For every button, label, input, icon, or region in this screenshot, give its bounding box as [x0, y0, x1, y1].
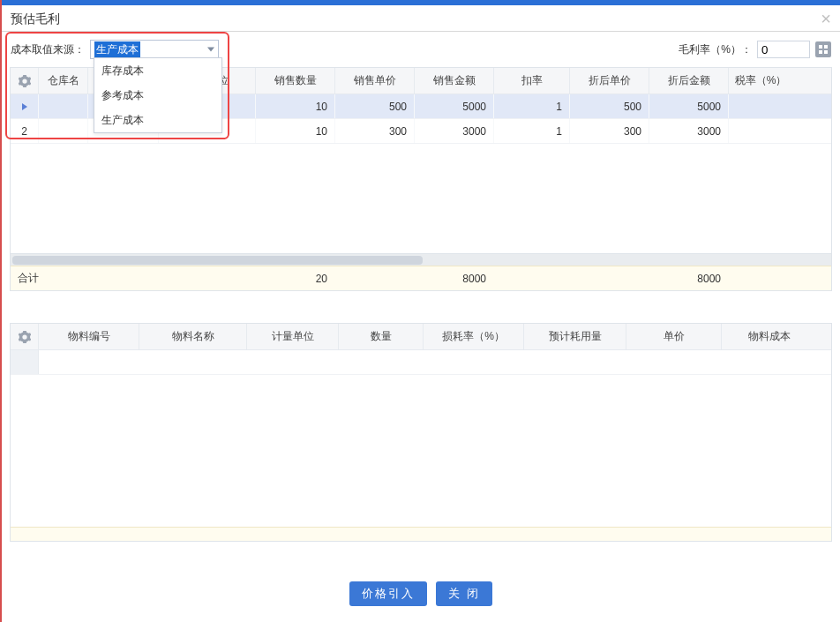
cost-source-dropdown: 库存成本 参考成本 生产成本 — [94, 57, 222, 133]
col-warehouse[interactable]: 仓库名 — [39, 68, 88, 94]
materials-sum-row — [11, 527, 831, 541]
close-button[interactable]: 关 闭 — [436, 581, 492, 606]
dropdown-option[interactable]: 库存成本 — [94, 58, 221, 83]
cost-source-group: 成本取值来源： 生产成本 — [11, 40, 219, 59]
dropdown-option[interactable]: 参考成本 — [94, 83, 221, 108]
col-mat-price[interactable]: 单价 — [626, 324, 722, 349]
horizontal-scrollbar[interactable] — [11, 253, 831, 266]
titlebar: 预估毛利 × — [2, 5, 840, 32]
gear-header[interactable] — [11, 68, 39, 94]
sales-sum-row: 合计 20 8000 8000 — [11, 266, 831, 290]
col-qty[interactable]: 销售数量 — [256, 68, 335, 94]
rate-action-button[interactable] — [815, 41, 831, 57]
rate-group: 毛利率（%）： — [679, 41, 831, 58]
svg-rect-1 — [824, 45, 828, 49]
col-mat-name[interactable]: 物料名称 — [139, 324, 247, 349]
gear-header[interactable] — [11, 324, 39, 349]
svg-rect-0 — [819, 45, 822, 49]
chevron-down-icon — [207, 48, 214, 52]
col-mat-loss[interactable]: 损耗率（%） — [424, 324, 524, 349]
scrollbar-thumb[interactable] — [12, 256, 423, 265]
footer: 价格引入 关 闭 — [2, 581, 840, 606]
grid-icon — [819, 45, 828, 54]
sum-label: 合计 — [11, 271, 60, 286]
materials-table-header: 物料编号 物料名称 计量单位 数量 损耗率（%） 预计耗用量 单价 物料成本 — [11, 324, 831, 350]
materials-table: 物料编号 物料名称 计量单位 数量 损耗率（%） 预计耗用量 单价 物料成本 — [10, 323, 832, 542]
sum-qty: 20 — [256, 273, 335, 285]
cost-source-value: 生产成本 — [94, 41, 140, 57]
materials-table-body — [11, 350, 831, 527]
col-mat-unit[interactable]: 计量单位 — [247, 324, 339, 349]
rate-label: 毛利率（%）： — [679, 42, 752, 57]
col-amount[interactable]: 销售金额 — [415, 68, 494, 94]
col-price[interactable]: 销售单价 — [335, 68, 415, 94]
row-gutter — [11, 350, 39, 374]
gear-icon — [19, 75, 31, 87]
col-after-price[interactable]: 折后单价 — [570, 68, 649, 94]
cost-source-label: 成本取值来源： — [11, 42, 85, 57]
col-after-amount[interactable]: 折后金额 — [649, 68, 729, 94]
col-tax[interactable]: 税率（%） — [729, 68, 792, 94]
col-discount-rate[interactable]: 扣率 — [494, 68, 570, 94]
dropdown-option[interactable]: 生产成本 — [94, 108, 221, 132]
table-row[interactable] — [11, 350, 831, 375]
gear-icon — [19, 331, 31, 343]
close-icon[interactable]: × — [821, 10, 831, 27]
top-edge — [2, 0, 840, 5]
row-indicator-icon — [22, 103, 27, 110]
col-mat-expect[interactable]: 预计耗用量 — [524, 324, 626, 349]
sum-amount: 8000 — [415, 273, 494, 285]
cost-source-combo[interactable]: 生产成本 — [90, 40, 219, 59]
price-import-button[interactable]: 价格引入 — [349, 581, 427, 606]
svg-rect-2 — [819, 50, 822, 54]
svg-rect-3 — [824, 50, 828, 54]
sum-after-amount: 8000 — [649, 273, 729, 285]
col-mat-qty[interactable]: 数量 — [339, 324, 424, 349]
col-mat-cost[interactable]: 物料成本 — [722, 324, 817, 349]
col-mat-code[interactable]: 物料编号 — [39, 324, 139, 349]
rate-input[interactable] — [757, 41, 810, 58]
dialog-title: 预估毛利 — [11, 5, 60, 32]
